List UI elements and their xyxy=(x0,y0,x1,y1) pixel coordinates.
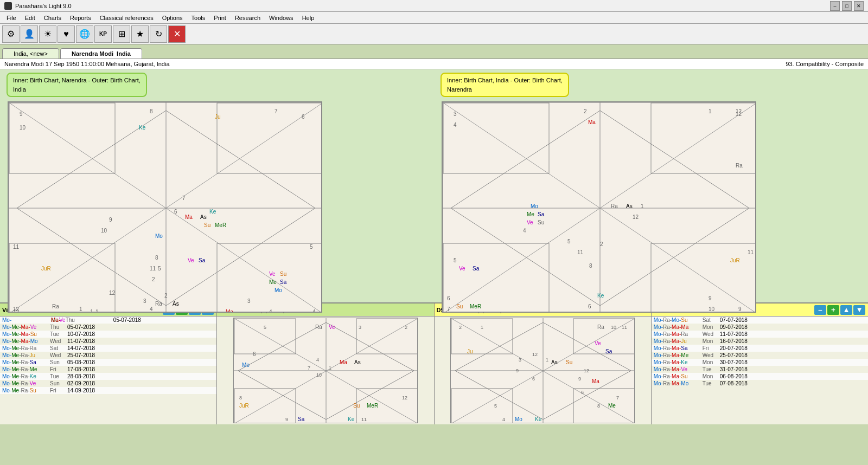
right-chart-container: Inner: Birth Chart, India - Outer: Birth… xyxy=(436,72,866,300)
menu-print[interactable]: Print xyxy=(209,14,231,22)
menu-windows[interactable]: Windows xyxy=(265,14,298,22)
menu-edit[interactable]: Edit xyxy=(21,14,40,22)
svg-text:11: 11 xyxy=(748,249,754,255)
svg-text:Mo: Mo xyxy=(155,233,163,239)
dasha-row: Mo-Me-Ra-Ju Wed 25-07-2018 xyxy=(0,352,216,359)
svg-text:Mo: Mo xyxy=(515,416,522,422)
svg-text:3: 3 xyxy=(519,357,521,363)
dasha-row: Mo-Ra-Ma-Ve Tue 31-07-2018 xyxy=(652,366,868,373)
dasha-row: Mo-Ra-Ma-Ma Mon 09-07-2018 xyxy=(652,324,868,331)
app-icon xyxy=(4,2,12,10)
menu-tools[interactable]: Tools xyxy=(187,14,210,22)
dasha-row: Mo-Me-Ra-Sa Sun 05-08-2018 xyxy=(0,359,216,366)
svg-text:7: 7 xyxy=(616,395,619,401)
svg-text:MeR: MeR xyxy=(215,222,226,228)
svg-text:4: 4 xyxy=(454,122,457,128)
right-chart-svg[interactable]: 3 4 1 12 Ma 2 Mo Me Sa Ve Su 4 xyxy=(442,101,756,313)
svg-text:MeR: MeR xyxy=(367,403,378,409)
dasha-row: Mo-Ra-Ma-Ju Mon 16-07-2018 xyxy=(652,338,868,345)
svg-text:12: 12 xyxy=(736,111,742,117)
left-chart-svg[interactable]: 9 10 8 Ke 7 6 Ju 11 JuR xyxy=(8,101,322,313)
toolbar-heart[interactable]: ♥ xyxy=(58,25,75,43)
dasha-row: Mo-Me-Ra-Ve Sun 02-09-2018 xyxy=(0,380,216,387)
maximize-button[interactable]: □ xyxy=(842,1,852,11)
svg-text:2: 2 xyxy=(164,293,168,299)
svg-text:8: 8 xyxy=(239,395,242,401)
svg-text:Ra: Ra xyxy=(736,163,743,169)
svg-text:JuR: JuR xyxy=(730,257,740,263)
menu-reports[interactable]: Reports xyxy=(66,14,95,22)
svg-text:1: 1 xyxy=(481,325,483,330)
dasha-row: Mo-Ra-Ma-Ke Mon 30-07-2018 xyxy=(652,359,868,366)
svg-text:Me: Me xyxy=(608,403,616,409)
toolbar: ⚙ 👤 ☀ ♥ 🌐 KP ⊞ ★ ↻ ✕ xyxy=(0,24,868,44)
svg-text:Ke: Ke xyxy=(139,125,146,131)
svg-text:Ra: Ra xyxy=(315,324,322,330)
panel4-down[interactable]: ▼ xyxy=(853,305,865,315)
toolbar-person[interactable]: 👤 xyxy=(21,25,38,43)
toolbar-close-red[interactable]: ✕ xyxy=(168,25,186,43)
svg-text:4: 4 xyxy=(502,417,505,422)
svg-text:1: 1 xyxy=(546,357,548,363)
toolbar-network[interactable]: ⊞ xyxy=(113,25,130,43)
svg-text:2: 2 xyxy=(152,276,155,282)
svg-text:Mo: Mo xyxy=(275,287,282,293)
toolbar-sun[interactable]: ☀ xyxy=(39,25,56,43)
svg-text:Ve: Ve xyxy=(329,324,335,330)
menu-file[interactable]: File xyxy=(2,14,21,22)
toolbar-globe[interactable]: 🌐 xyxy=(76,25,93,43)
menu-research[interactable]: Research xyxy=(231,14,265,22)
svg-text:As: As xyxy=(354,359,361,365)
svg-text:4: 4 xyxy=(316,357,319,363)
svg-text:Ma: Ma xyxy=(588,119,596,125)
svg-text:4: 4 xyxy=(312,309,316,313)
svg-text:Su: Su xyxy=(280,271,286,277)
close-button[interactable]: ✕ xyxy=(854,1,864,11)
svg-text:7: 7 xyxy=(603,312,606,313)
menu-classical[interactable]: Classical references xyxy=(95,14,158,22)
tab-narendra[interactable]: Narendra Modi India xyxy=(60,48,142,59)
svg-text:3: 3 xyxy=(359,325,361,330)
menu-charts[interactable]: Charts xyxy=(40,14,66,22)
menu-help[interactable]: Help xyxy=(298,14,319,22)
window-controls: – □ ✕ xyxy=(830,1,864,11)
svg-text:10: 10 xyxy=(611,325,616,330)
svg-text:1: 1 xyxy=(79,306,82,312)
left-chart-container: Inner: Birth Chart, Narendra - Outer: Bi… xyxy=(2,72,432,300)
tab-india[interactable]: India, <new> xyxy=(2,48,59,59)
svg-text:Ke: Ke xyxy=(597,293,604,299)
svg-text:1: 1 xyxy=(95,309,99,313)
svg-text:MeR: MeR xyxy=(470,303,481,309)
svg-text:Ke: Ke xyxy=(348,416,355,422)
svg-text:1: 1 xyxy=(329,365,331,371)
toolbar-settings[interactable]: ⚙ xyxy=(2,25,20,43)
toolbar-kp[interactable]: KP xyxy=(94,25,112,43)
dasha-row: Mo-Me-Ra-Ke Tue 28-08-2018 xyxy=(0,373,216,380)
dasha-row: Mo-Me-Ra-Me Fri 17-08-2018 xyxy=(0,366,216,373)
svg-text:12: 12 xyxy=(584,368,589,373)
infobar: Narendra Modi 17 Sep 1950 11:00:00 Mehsa… xyxy=(0,59,868,69)
menu-options[interactable]: Options xyxy=(158,14,187,22)
svg-text:Sa: Sa xyxy=(473,266,480,272)
dasha-row: Mo-Me-Ma-Mo Wed 11-07-2018 xyxy=(0,338,216,345)
svg-text:4: 4 xyxy=(150,306,153,312)
minimize-button[interactable]: – xyxy=(830,1,840,11)
svg-text:5: 5 xyxy=(264,325,266,330)
svg-text:Ve: Ve xyxy=(459,266,465,272)
navamsha-chart-left: Ra Ve Mo 6 Ma As 5 3 2 xyxy=(217,317,433,424)
navamsha-svg-left[interactable]: Ra Ve Mo 6 Ma As 5 3 2 xyxy=(233,318,418,423)
toolbar-refresh[interactable]: ↻ xyxy=(150,25,167,43)
panel4-up[interactable]: ▲ xyxy=(840,305,852,315)
panel4-prev[interactable]: – xyxy=(814,305,826,315)
svg-text:6: 6 xyxy=(174,209,177,215)
svg-text:Ve: Ve xyxy=(527,219,533,225)
navamsha-svg-right[interactable]: Ra Ju 2 1 As Su Ve Sa 11 10 xyxy=(450,318,635,423)
panel4-next[interactable]: + xyxy=(827,305,839,315)
svg-text:2: 2 xyxy=(584,108,587,114)
navamsha-panel-right: D9 Navamsha (spouse) Ra xyxy=(435,303,652,424)
toolbar-star[interactable]: ★ xyxy=(131,25,149,43)
svg-text:12: 12 xyxy=(13,306,20,312)
svg-text:Sa: Sa xyxy=(280,279,287,285)
svg-text:9: 9 xyxy=(285,417,288,422)
svg-text:11: 11 xyxy=(622,325,627,330)
